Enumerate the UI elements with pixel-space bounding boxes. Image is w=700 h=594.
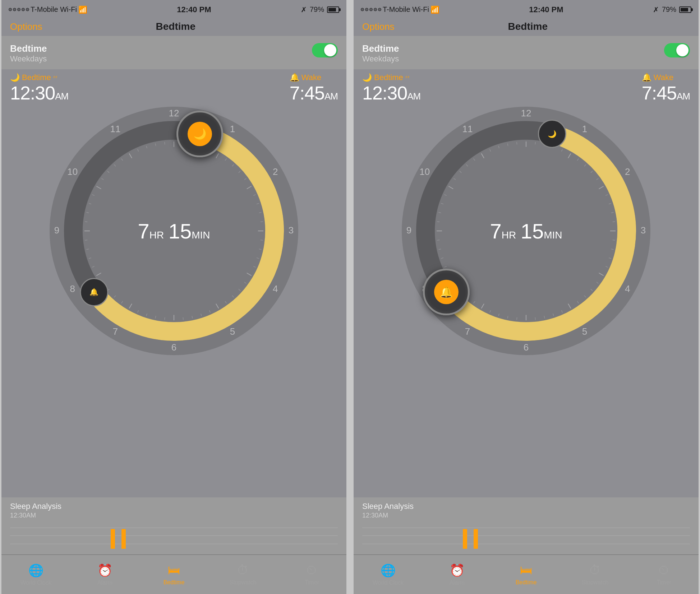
svg-line-116 (437, 240, 439, 240)
signal-dot-4 (374, 8, 377, 11)
tab-icon-timer: ⏲ (306, 563, 318, 577)
sleep-analysis-section: Sleep Analysis 12:30AM (1, 497, 346, 554)
svg-text:9: 9 (406, 225, 411, 236)
wake-ampm: AM (324, 91, 338, 102)
sleep-analysis-section: Sleep Analysis 12:30AM (354, 497, 699, 554)
wake-time-title: 🔔 Wake (290, 73, 338, 82)
svg-line-44 (85, 240, 87, 240)
tab-item-bedtime[interactable]: 🛏 Bedtime (139, 555, 208, 594)
tab-item-alarm[interactable]: ⏰ Alarm (423, 555, 492, 594)
tab-icon-stopwatch: ⏱ (589, 563, 601, 577)
svg-text:5: 5 (582, 326, 587, 337)
battery-indicator (327, 6, 339, 13)
status-right: ✗ 79% (653, 5, 691, 14)
clock-svg: 121234567891011 (400, 105, 652, 357)
signal-dot-1 (9, 8, 12, 11)
bedtime-handle-zoom[interactable]: 🌙 (176, 111, 223, 157)
status-bar: T-Mobile Wi-Fi 📶 12:40 PM ✗ 79% (354, 0, 699, 18)
svg-text:11: 11 (110, 124, 121, 134)
wake-handle-icon: 🔔 (434, 280, 459, 304)
nav-title: Bedtime (508, 21, 548, 32)
battery-icon (679, 6, 691, 13)
tab-icon-world-clock: 🌐 (28, 563, 43, 577)
bedtime-toggle[interactable] (312, 43, 338, 57)
svg-text:5: 5 (230, 326, 235, 337)
tab-icon-stopwatch: ⏱ (237, 563, 249, 577)
wake-handle-bg (80, 278, 108, 306)
chart-line-1 (10, 528, 338, 528)
svg-text:8: 8 (70, 283, 75, 294)
svg-text:10: 10 (67, 166, 78, 177)
tab-icon-bedtime: 🛏 (168, 563, 180, 577)
moon-icon: 🌙 (10, 73, 20, 82)
tab-item-timer[interactable]: ⏲ Timer (630, 555, 699, 594)
tab-icon-alarm: ⏰ (450, 563, 465, 577)
nav-bar: Options Bedtime (354, 18, 699, 36)
bedtime-time-value: 12:30AM (10, 82, 68, 104)
sleep-analysis-title: Sleep Analysis (362, 502, 690, 511)
time-labels-row: 🌙 Bedtime ᶻᶻ 12:30AM 🔔 Wake 7:45AM (1, 73, 346, 104)
status-right: ✗ 79% (301, 5, 339, 14)
chart-bar-2 (474, 529, 478, 549)
bedtime-handle-icon: 🌙 (188, 122, 212, 146)
tab-label-stopwatch: Stopwatch (582, 579, 609, 586)
carrier-label: T-Mobile Wi-Fi (383, 5, 429, 14)
wake-handle-zoom[interactable]: 🔔 (423, 269, 470, 315)
signal-bars (9, 8, 29, 11)
carrier-label: T-Mobile Wi-Fi (31, 5, 77, 14)
chart-line-1 (362, 528, 690, 528)
moon-icon: 🌙 (362, 73, 372, 82)
svg-line-73 (535, 142, 535, 144)
svg-text:4: 4 (625, 283, 630, 294)
signal-dot-2 (365, 8, 368, 11)
svg-text:3: 3 (289, 225, 294, 236)
svg-line-103 (517, 317, 517, 320)
clock-dial[interactable]: 121234567891011 7HR 15MIN 🔔 🌙 (400, 105, 652, 357)
svg-text:4: 4 (273, 283, 278, 294)
battery-fill (328, 8, 336, 11)
signal-dot-2 (13, 8, 16, 11)
status-bar: T-Mobile Wi-Fi 📶 12:40 PM ✗ 79% (1, 0, 346, 18)
tab-icon-alarm: ⏰ (97, 563, 112, 577)
tab-item-stopwatch[interactable]: ⏱ Stopwatch (561, 555, 630, 594)
options-button[interactable]: Options (362, 21, 395, 32)
status-time: 12:40 PM (529, 5, 563, 14)
clock-area: 🌙 Bedtime ᶻᶻ 12:30AM 🔔 Wake 7:45AM (354, 69, 699, 497)
tab-label-timer: Timer (305, 579, 319, 586)
tab-label-bedtime: Bedtime (164, 579, 185, 586)
wifi-icon: 📶 (78, 5, 87, 14)
chart-line-3 (10, 544, 338, 544)
zzz-icon: ᶻᶻ (53, 74, 57, 81)
chart-bar-1 (111, 529, 115, 549)
battery-percent: 79% (310, 5, 324, 14)
tab-item-stopwatch[interactable]: ⏱ Stopwatch (208, 555, 277, 594)
svg-line-86 (613, 222, 615, 222)
status-left: T-Mobile Wi-Fi 📶 (9, 5, 87, 14)
bedtime-toggle[interactable] (664, 43, 690, 57)
wake-time-label: Wake (301, 73, 321, 82)
svg-text:2: 2 (625, 166, 630, 177)
clock-dial[interactable]: 121234567891011 7HR 15MIN 🌙 🔔 (48, 105, 300, 357)
phone-phone2: T-Mobile Wi-Fi 📶 12:40 PM ✗ 79% Options … (354, 0, 699, 594)
svg-line-46 (85, 222, 87, 222)
options-button[interactable]: Options (10, 21, 42, 32)
tab-item-world-clock[interactable]: 🌐 World Clock (1, 555, 70, 594)
svg-text:7: 7 (465, 326, 470, 337)
bedtime-handle-bg (538, 120, 566, 148)
wake-time-title: 🔔 Wake (642, 73, 690, 82)
bell-icon: 🔔 (290, 73, 299, 82)
wake-ampm: AM (677, 91, 690, 102)
tab-item-bedtime[interactable]: 🛏 Bedtime (492, 555, 561, 594)
svg-text:10: 10 (419, 166, 430, 177)
bell-icon: 🔔 (642, 73, 651, 82)
battery-icon (327, 6, 339, 13)
sleep-chart (362, 519, 690, 552)
tab-item-world-clock[interactable]: 🌐 World Clock (354, 555, 423, 594)
tab-item-alarm[interactable]: ⏰ Alarm (70, 555, 139, 594)
phones-container: T-Mobile Wi-Fi 📶 12:40 PM ✗ 79% Options … (1, 0, 699, 594)
signal-dot-3 (17, 8, 20, 11)
tab-label-timer: Timer (657, 579, 671, 586)
bedtime-time-group: 🌙 Bedtime ᶻᶻ 12:30AM (362, 73, 420, 104)
wake-time-group: 🔔 Wake 7:45AM (290, 73, 338, 104)
tab-item-timer[interactable]: ⏲ Timer (277, 555, 346, 594)
